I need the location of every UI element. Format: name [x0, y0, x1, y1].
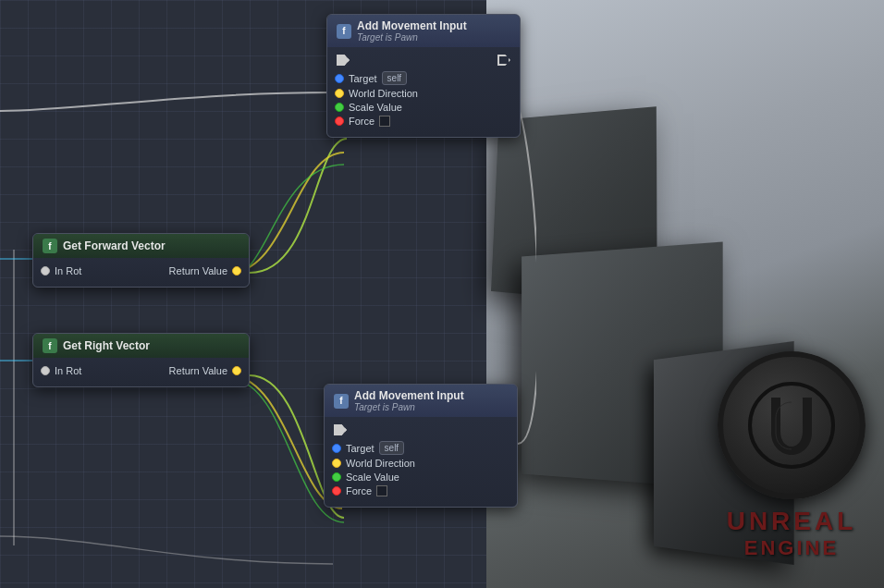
self-badge-top: self	[382, 71, 408, 85]
right-in-rot-label: In Rot	[55, 365, 81, 376]
func-icon-forward: f	[43, 239, 57, 253]
ue-text-container: UNREAL ENGINE	[727, 507, 857, 560]
node-header-top: f Add Movement Input Target is Pawn	[327, 15, 520, 47]
node-subtitle-bottom: Target is Pawn	[354, 402, 464, 412]
ue-title-line1: UNREAL	[727, 507, 857, 536]
right-vector-body: In Rot Return Value	[33, 358, 249, 386]
target-row-top: Target self	[335, 71, 512, 85]
func-icon-right: f	[43, 338, 57, 353]
node-subtitle-top: Target is Pawn	[357, 32, 467, 43]
exec-in-pin-bottom[interactable]	[334, 424, 347, 435]
node-title-top: Add Movement Input	[357, 19, 467, 32]
force-pin-top[interactable]	[335, 116, 344, 126]
world-direction-pin-bottom[interactable]	[332, 459, 341, 468]
node-body-top: Target self World Direction Scale Value …	[327, 47, 520, 137]
force-label-bottom: Force	[346, 485, 372, 496]
ue-circle	[718, 351, 866, 499]
force-label-top: Force	[349, 116, 374, 127]
get-right-vector-node[interactable]: f Get Right Vector In Rot Return Value	[32, 333, 250, 387]
forward-return-label: Return Value	[169, 265, 227, 276]
node-body-bottom: Target self World Direction Scale Value …	[325, 417, 517, 507]
exec-row-top	[335, 52, 512, 68]
world-direction-label-top: World Direction	[349, 88, 418, 99]
right-return-pin[interactable]	[232, 366, 241, 375]
forward-in-rot-pin[interactable]	[41, 266, 50, 276]
scale-value-row-top: Scale Value	[335, 102, 512, 113]
add-movement-input-node-bottom[interactable]: f Add Movement Input Target is Pawn Targ…	[324, 384, 518, 508]
right-vector-header: f Get Right Vector	[33, 334, 249, 358]
right-in-rot-row: In Rot Return Value	[41, 365, 241, 376]
add-movement-input-node-top[interactable]: f Add Movement Input Target is Pawn Targ…	[326, 14, 521, 138]
node-title-bottom: Add Movement Input	[354, 389, 464, 402]
force-checkbox-top[interactable]	[379, 116, 390, 127]
scale-value-pin-top[interactable]	[335, 103, 344, 112]
forward-in-rot-label: In Rot	[55, 265, 81, 276]
scale-value-row-bottom: Scale Value	[332, 472, 510, 483]
world-direction-label-bottom: World Direction	[346, 458, 415, 469]
force-row-top: Force	[335, 116, 512, 127]
right-in-rot-pin[interactable]	[41, 366, 50, 375]
exec-in-pin-top[interactable]	[337, 55, 350, 66]
force-row-bottom: Force	[332, 485, 510, 496]
target-label-top: Target	[349, 73, 377, 84]
forward-return-pin[interactable]	[232, 266, 241, 276]
exec-out-pin-top[interactable]	[497, 55, 510, 66]
force-checkbox-bottom[interactable]	[376, 485, 387, 496]
world-direction-row-bottom: World Direction	[332, 458, 510, 469]
forward-in-rot-row: In Rot Return Value	[41, 265, 241, 276]
forward-vector-title: Get Forward Vector	[63, 239, 166, 252]
right-vector-title: Get Right Vector	[63, 339, 150, 352]
scale-value-pin-bottom[interactable]	[332, 472, 341, 482]
right-return-label: Return Value	[169, 365, 227, 376]
func-icon-top: f	[337, 24, 351, 39]
world-direction-row-top: World Direction	[335, 88, 512, 99]
target-pin-top[interactable]	[335, 74, 344, 83]
scale-value-label-top: Scale Value	[349, 102, 402, 113]
ue-title-line2: ENGINE	[727, 536, 857, 560]
node-header-bottom: f Add Movement Input Target is Pawn	[325, 385, 517, 417]
self-badge-bottom: self	[379, 441, 405, 455]
scale-value-label-bottom: Scale Value	[346, 472, 399, 483]
forward-vector-body: In Rot Return Value	[33, 258, 249, 287]
get-forward-vector-node[interactable]: f Get Forward Vector In Rot Return Value	[32, 233, 250, 288]
func-icon-bottom: f	[334, 394, 349, 409]
target-label-bottom: Target	[346, 443, 374, 454]
ue-logo-area: UNREAL ENGINE	[718, 351, 866, 560]
exec-row-bottom	[332, 422, 510, 438]
target-pin-bottom[interactable]	[332, 444, 341, 453]
force-pin-bottom[interactable]	[332, 486, 341, 496]
world-direction-pin-top[interactable]	[335, 89, 344, 98]
ue-u-svg	[745, 379, 838, 472]
forward-vector-header: f Get Forward Vector	[33, 234, 249, 258]
target-row-bottom: Target self	[332, 441, 510, 455]
